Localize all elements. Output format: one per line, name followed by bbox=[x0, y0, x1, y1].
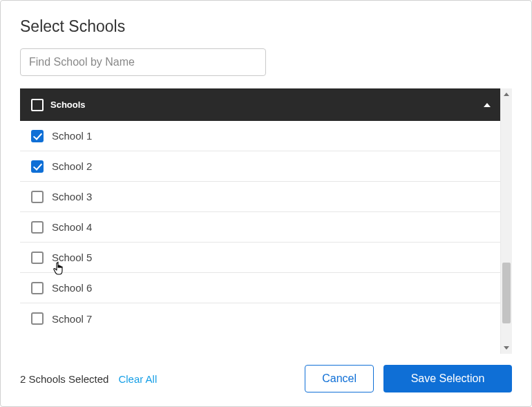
clear-all-link[interactable]: Clear All bbox=[118, 373, 157, 385]
chevron-up-icon bbox=[504, 93, 509, 96]
column-header-schools: Schools bbox=[50, 100, 86, 110]
row-label: School 6 bbox=[52, 282, 92, 294]
table-row[interactable]: School 1 bbox=[20, 121, 500, 151]
dialog-header: Select Schools bbox=[1, 1, 531, 43]
selection-status: 2 Schools Selected bbox=[20, 373, 108, 385]
dialog-footer: 2 Schools Selected Clear All Cancel Save… bbox=[1, 354, 531, 406]
dialog-title: Select Schools bbox=[20, 17, 512, 36]
table-viewport: Schools School 1 School 2 School 3 bbox=[20, 88, 500, 354]
row-checkbox[interactable] bbox=[31, 221, 44, 234]
table-row[interactable]: School 2 bbox=[20, 151, 500, 182]
row-checkbox[interactable] bbox=[31, 191, 44, 203]
scrollbar-up-button[interactable] bbox=[501, 88, 512, 100]
table-row[interactable]: School 6 bbox=[20, 273, 500, 303]
scrollbar-down-button[interactable] bbox=[501, 342, 512, 354]
row-label: School 3 bbox=[52, 191, 92, 202]
schools-table: Schools School 1 School 2 School 3 bbox=[20, 88, 512, 354]
sort-asc-icon[interactable] bbox=[484, 103, 491, 107]
table-row[interactable]: School 3 bbox=[20, 182, 500, 212]
select-all-checkbox[interactable] bbox=[31, 99, 44, 111]
search-wrap bbox=[1, 43, 531, 88]
row-label: School 2 bbox=[52, 160, 92, 172]
row-label: School 1 bbox=[52, 130, 92, 142]
save-selection-button[interactable]: Save Selection bbox=[383, 365, 512, 392]
chevron-down-icon bbox=[504, 346, 509, 350]
row-checkbox[interactable] bbox=[31, 252, 44, 264]
scrollbar-thumb[interactable] bbox=[502, 263, 511, 323]
row-checkbox[interactable] bbox=[31, 130, 44, 142]
select-schools-dialog: Select Schools Schools School 1 School 2 bbox=[0, 0, 532, 407]
row-label: School 4 bbox=[52, 221, 92, 233]
table-row[interactable]: School 4 bbox=[20, 212, 500, 243]
row-label: School 5 bbox=[52, 252, 92, 263]
row-label: School 7 bbox=[52, 313, 92, 325]
row-checkbox[interactable] bbox=[31, 160, 44, 173]
table-row[interactable]: School 7 bbox=[20, 303, 500, 334]
scrollbar-vertical[interactable] bbox=[500, 88, 512, 354]
table-header-row[interactable]: Schools bbox=[20, 88, 500, 121]
row-checkbox[interactable] bbox=[31, 312, 44, 325]
scrollbar-track[interactable] bbox=[501, 100, 512, 342]
search-input[interactable] bbox=[20, 48, 266, 76]
table-body: School 1 School 2 School 3 School 4 Scho bbox=[20, 121, 500, 334]
cancel-button[interactable]: Cancel bbox=[305, 365, 374, 392]
row-checkbox[interactable] bbox=[31, 282, 44, 294]
table-row[interactable]: School 5 bbox=[20, 243, 500, 273]
